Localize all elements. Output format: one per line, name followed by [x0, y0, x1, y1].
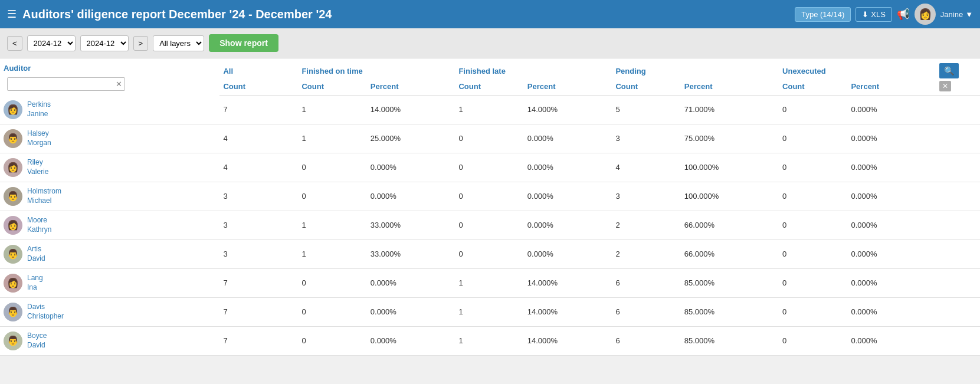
fot-count-4: 0	[298, 182, 366, 211]
auditor-name-8[interactable]: DavisChristopher	[27, 303, 64, 321]
pend-count-4: 3	[612, 182, 680, 211]
table-row: 👨 HolmstromMichael 3 0 0.000% 0 0.000% 3…	[0, 182, 980, 211]
column-header-row: Auditor ✕ All Finished on time Finished …	[0, 58, 980, 80]
notification-button[interactable]: 📢	[897, 8, 910, 21]
user-menu[interactable]: Janine ▼	[940, 10, 973, 19]
date-to-select[interactable]: 2024-12	[80, 35, 129, 51]
fl-count-7: 1	[455, 268, 523, 297]
auditor-cell-4: 👨 HolmstromMichael	[0, 182, 219, 211]
layers-select[interactable]: All layers	[153, 35, 204, 51]
unex-count-3: 0	[779, 153, 847, 182]
unex-count-2: 0	[779, 124, 847, 153]
pend-count-8: 6	[612, 297, 680, 326]
auditor-avatar-4: 👨	[4, 187, 22, 206]
unex-count-8: 0	[779, 297, 847, 326]
fl-count-6: 0	[455, 239, 523, 268]
fot-pct-7: 0.000%	[367, 268, 455, 297]
unex-pct-8: 0.000%	[847, 297, 936, 326]
th-close: ✕	[936, 80, 980, 96]
fot-pct-2: 25.000%	[367, 124, 455, 153]
clear-search-button[interactable]: ✕	[113, 78, 124, 90]
fot-count-8: 0	[298, 297, 366, 326]
row-actions-4	[936, 182, 980, 211]
all-count-7: 7	[219, 268, 298, 297]
fl-count-2: 0	[455, 124, 523, 153]
auditor-search-input[interactable]	[8, 78, 113, 90]
header-actions: Type (14/14) ⬇ XLS 📢 👩 Janine ▼	[795, 4, 973, 25]
auditor-name-6[interactable]: ArtisDavid	[27, 245, 45, 263]
table-row: 👨 HalseyMorgan 4 1 25.000% 0 0.000% 3 75…	[0, 124, 980, 153]
unex-pct-5: 0.000%	[847, 211, 936, 239]
date-from-select[interactable]: 2024-12	[27, 35, 76, 51]
pend-pct-2: 75.000%	[681, 124, 779, 153]
all-count-8: 7	[219, 297, 298, 326]
all-count-2: 4	[219, 124, 298, 153]
auditor-avatar-2: 👨	[4, 129, 22, 148]
unex-pct-3: 0.000%	[847, 153, 936, 182]
auditor-name-1[interactable]: PerkinsJanine	[27, 100, 51, 119]
pend-count-1: 5	[612, 96, 680, 124]
table-row: 👩 RileyValerie 4 0 0.000% 0 0.000% 4 100…	[0, 153, 980, 182]
auditor-name-3[interactable]: RileyValerie	[27, 158, 48, 176]
auditor-name-4[interactable]: HolmstromMichael	[27, 187, 61, 205]
auditor-name-5[interactable]: MooreKathryn	[27, 216, 51, 234]
report-table-area: Auditor ✕ All Finished on time Finished …	[0, 58, 980, 356]
auditor-cell-9: 👨 BoyceDavid	[0, 326, 219, 355]
pend-count-6: 2	[612, 239, 680, 268]
fot-count-1: 1	[298, 96, 366, 124]
pend-pct-9: 85.000%	[681, 326, 779, 355]
all-count-4: 3	[219, 182, 298, 211]
xls-label: XLS	[871, 10, 886, 19]
all-count-9: 7	[219, 326, 298, 355]
auditor-cell-5: 👩 MooreKathryn	[0, 211, 219, 239]
fl-count-1: 1	[455, 96, 523, 124]
th-actions: 🔍	[936, 58, 980, 80]
auditor-avatar-9: 👨	[4, 332, 22, 350]
unex-pct-1: 0.000%	[847, 96, 936, 124]
auditor-avatar-5: 👩	[4, 216, 22, 235]
th-unex-count: Count	[779, 80, 847, 96]
page-title: Auditors' diligence report December '24 …	[22, 8, 795, 21]
auditor-name-2[interactable]: HalseyMorgan	[27, 129, 51, 147]
menu-icon[interactable]: ☰	[7, 8, 17, 21]
next-period-button[interactable]: >	[133, 36, 149, 51]
table-row: 👩 MooreKathryn 3 1 33.000% 0 0.000% 2 66…	[0, 211, 980, 239]
th-all-count: Count	[219, 80, 298, 96]
xls-download-button[interactable]: ⬇ XLS	[856, 7, 892, 22]
row-actions-1	[936, 96, 980, 124]
th-pend-count: Count	[612, 80, 680, 96]
auditor-name-7[interactable]: LangIna	[27, 274, 43, 292]
pend-count-2: 3	[612, 124, 680, 153]
all-count-5: 3	[219, 211, 298, 239]
close-column-button[interactable]: ✕	[939, 81, 951, 91]
auditor-name-9[interactable]: BoyceDavid	[27, 332, 47, 350]
unex-pct-4: 0.000%	[847, 182, 936, 211]
th-finished-on-time: Finished on time	[298, 58, 455, 80]
show-report-button[interactable]: Show report	[209, 34, 278, 52]
unex-count-1: 0	[779, 96, 847, 124]
fl-pct-8: 14.000%	[524, 297, 612, 326]
type-filter-button[interactable]: Type (14/14)	[795, 7, 851, 22]
fot-pct-5: 33.000%	[367, 211, 455, 239]
global-search-button[interactable]: 🔍	[939, 63, 959, 78]
pend-count-3: 4	[612, 153, 680, 182]
th-pending: Pending	[612, 58, 779, 80]
row-actions-7	[936, 268, 980, 297]
auditor-avatar-6: 👨	[4, 245, 22, 264]
all-count-1: 7	[219, 96, 298, 124]
pend-count-7: 6	[612, 268, 680, 297]
toolbar: < 2024-12 2024-12 > All layers Show repo…	[0, 28, 980, 58]
fot-count-7: 0	[298, 268, 366, 297]
fl-count-5: 0	[455, 211, 523, 239]
chevron-down-icon: ▼	[965, 10, 973, 19]
pend-pct-1: 71.000%	[681, 96, 779, 124]
pend-pct-3: 100.000%	[681, 153, 779, 182]
auditor-cell-7: 👩 LangIna	[0, 268, 219, 297]
auditor-avatar-8: 👨	[4, 303, 22, 321]
fl-count-4: 0	[455, 182, 523, 211]
fl-count-8: 1	[455, 297, 523, 326]
prev-period-button[interactable]: <	[7, 36, 22, 51]
row-actions-3	[936, 153, 980, 182]
fot-pct-9: 0.000%	[367, 326, 455, 355]
unex-pct-9: 0.000%	[847, 326, 936, 355]
